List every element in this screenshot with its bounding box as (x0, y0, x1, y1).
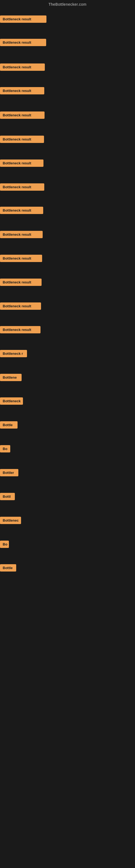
bottleneck-badge-8[interactable]: Bottleneck result (0, 183, 44, 191)
bottleneck-badge-24[interactable]: Bottle (0, 564, 16, 571)
bottleneck-badge-18[interactable]: Bottle (0, 421, 17, 429)
badge-container-7: Bottleneck result (0, 159, 43, 168)
bottleneck-badge-11[interactable]: Bottleneck result (0, 255, 42, 262)
bottleneck-badge-22[interactable]: Bottlenec (0, 517, 21, 524)
badge-container-4: Bottleneck result (0, 87, 44, 95)
bottleneck-badge-21[interactable]: Bottl (0, 493, 15, 500)
bottleneck-badge-15[interactable]: Bottleneck r (0, 350, 27, 357)
badge-container-21: Bottl (0, 493, 15, 501)
badge-container-23: Bo (0, 540, 9, 549)
badge-container-8: Bottleneck result (0, 183, 44, 192)
badge-container-19: Bo (0, 445, 10, 454)
badge-container-3: Bottleneck result (0, 63, 45, 72)
bottleneck-badge-2[interactable]: Bottleneck result (0, 39, 46, 46)
bottleneck-badge-20[interactable]: Bottler (0, 469, 18, 476)
bottleneck-badge-4[interactable]: Bottleneck result (0, 87, 44, 94)
bottleneck-badge-14[interactable]: Bottleneck result (0, 326, 41, 333)
badge-container-9: Bottleneck result (0, 207, 43, 215)
bottleneck-badge-19[interactable]: Bo (0, 445, 10, 453)
badge-container-24: Bottle (0, 564, 16, 572)
bottleneck-badge-5[interactable]: Bottleneck result (0, 112, 45, 119)
bottleneck-badge-13[interactable]: Bottleneck result (0, 303, 41, 310)
bottleneck-badge-23[interactable]: Bo (0, 540, 9, 548)
bottleneck-badge-10[interactable]: Bottleneck result (0, 231, 43, 238)
bottleneck-badge-3[interactable]: Bottleneck result (0, 63, 45, 71)
badge-container-13: Bottleneck result (0, 303, 41, 311)
badge-container-16: Bottlene (0, 374, 21, 382)
bottleneck-badge-6[interactable]: Bottleneck result (0, 135, 44, 143)
bottleneck-badge-17[interactable]: Bottleneck (0, 397, 23, 405)
badge-container-17: Bottleneck (0, 397, 23, 406)
bottleneck-badge-16[interactable]: Bottlene (0, 374, 21, 381)
bottleneck-badge-9[interactable]: Bottleneck result (0, 207, 43, 214)
bottleneck-badge-7[interactable]: Bottleneck result (0, 159, 43, 167)
badge-container-10: Bottleneck result (0, 231, 43, 239)
badge-container-6: Bottleneck result (0, 135, 44, 144)
badge-container-15: Bottleneck r (0, 350, 27, 358)
badge-container-2: Bottleneck result (0, 39, 46, 47)
badge-container-14: Bottleneck result (0, 326, 41, 335)
badge-container-12: Bottleneck result (0, 279, 42, 287)
bottleneck-badge-12[interactable]: Bottleneck result (0, 279, 42, 286)
badge-container-5: Bottleneck result (0, 112, 45, 120)
site-title: TheBottlenecker.com (0, 0, 135, 8)
bottleneck-badge-1[interactable]: Bottleneck result (0, 16, 46, 23)
badge-container-11: Bottleneck result (0, 255, 42, 263)
badge-container-1: Bottleneck result (0, 16, 46, 24)
badge-container-18: Bottle (0, 421, 17, 430)
badge-container-20: Bottler (0, 469, 18, 477)
badge-container-22: Bottlenec (0, 517, 21, 525)
